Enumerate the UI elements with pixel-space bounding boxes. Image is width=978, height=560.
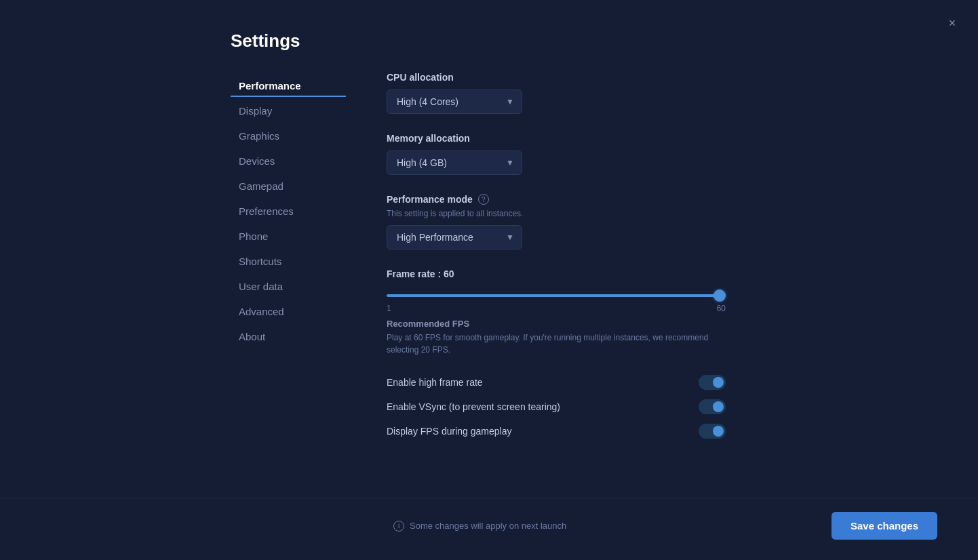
cpu-select-wrapper: High (4 Cores) Medium (2 Cores) Low (1 C… (387, 89, 522, 114)
toggle-vsync[interactable] (699, 399, 726, 414)
perf-mode-select-wrapper: High Performance Balanced Power Saving ▼ (387, 225, 522, 249)
settings-dialog: × Settings PerformanceDisplayGraphicsDev… (0, 0, 978, 560)
memory-select-wrapper: High (4 GB) Medium (2 GB) Low (1 GB) ▼ (387, 151, 522, 175)
memory-select[interactable]: High (4 GB) Medium (2 GB) Low (1 GB) (387, 151, 522, 175)
framerate-section: Frame rate : 60 1 60 Recommended FPS Pla… (387, 268, 726, 356)
settings-body: PerformanceDisplayGraphicsDevicesGamepad… (0, 72, 978, 498)
sidebar-item-user-data[interactable]: User data (231, 275, 346, 298)
memory-allocation-section: Memory allocation High (4 GB) Medium (2 … (387, 133, 726, 175)
sidebar-item-phone[interactable]: Phone (231, 225, 346, 247)
cpu-allocation-section: CPU allocation High (4 Cores) Medium (2 … (387, 72, 726, 114)
sidebar-item-graphics[interactable]: Graphics (231, 125, 346, 147)
toggle-label-high-frame-rate: Enable high frame rate (387, 377, 483, 388)
save-button[interactable]: Save changes (832, 512, 937, 540)
sidebar-item-about[interactable]: About (231, 325, 346, 348)
footer-note: i Some changes will apply on next launch (393, 521, 566, 532)
settings-title: Settings (0, 0, 978, 72)
toggle-row-high-frame-rate: Enable high frame rate (387, 375, 726, 390)
slider-max-label: 60 (717, 304, 726, 313)
perf-mode-label-row: Performance mode ? (387, 194, 726, 205)
fps-hint-title: Recommended FPS (387, 319, 726, 329)
sidebar-item-preferences[interactable]: Preferences (231, 200, 346, 222)
perf-mode-help-icon[interactable]: ? (478, 194, 489, 205)
cpu-label: CPU allocation (387, 72, 726, 83)
slider-range-labels: 1 60 (387, 304, 726, 313)
framerate-slider-container: 1 60 (387, 287, 726, 313)
sidebar-item-display[interactable]: Display (231, 100, 346, 122)
toggle-label-vsync: Enable VSync (to prevent screen tearing) (387, 401, 560, 412)
toggle-high-frame-rate[interactable] (699, 375, 726, 390)
memory-label: Memory allocation (387, 133, 726, 144)
toggle-display-fps[interactable] (699, 424, 726, 439)
perf-mode-section: Performance mode ? This setting is appli… (387, 194, 726, 249)
toggle-track-display-fps (699, 424, 726, 439)
info-icon: i (393, 521, 404, 532)
toggle-row-vsync: Enable VSync (to prevent screen tearing) (387, 399, 726, 414)
perf-mode-select[interactable]: High Performance Balanced Power Saving (387, 225, 522, 249)
sidebar-item-gamepad[interactable]: Gamepad (231, 175, 346, 197)
perf-mode-description: This setting is applied to all instances… (387, 209, 726, 218)
toggle-track-high-frame-rate (699, 375, 726, 390)
perf-mode-label: Performance mode (387, 194, 473, 205)
toggle-row-display-fps: Display FPS during gameplay (387, 424, 726, 439)
sidebar-item-performance[interactable]: Performance (231, 75, 346, 97)
sidebar: PerformanceDisplayGraphicsDevicesGamepad… (231, 72, 346, 498)
cpu-select[interactable]: High (4 Cores) Medium (2 Cores) Low (1 C… (387, 89, 522, 114)
close-button[interactable]: × (943, 14, 962, 33)
framerate-label: Frame rate : 60 (387, 268, 726, 279)
sidebar-item-devices[interactable]: Devices (231, 150, 346, 172)
sidebar-item-shortcuts[interactable]: Shortcuts (231, 250, 346, 273)
slider-min-label: 1 (387, 304, 391, 313)
toggles-section: Enable high frame rateEnable VSync (to p… (387, 375, 726, 439)
footer: i Some changes will apply on next launch… (0, 498, 978, 560)
toggle-label-display-fps: Display FPS during gameplay (387, 426, 511, 437)
toggle-track-vsync (699, 399, 726, 414)
main-content: CPU allocation High (4 Cores) Medium (2 … (346, 72, 766, 498)
framerate-slider[interactable] (387, 294, 726, 297)
sidebar-item-advanced[interactable]: Advanced (231, 300, 346, 323)
footer-note-text: Some changes will apply on next launch (410, 521, 566, 531)
fps-hint-text: Play at 60 FPS for smooth gameplay. If y… (387, 332, 726, 356)
